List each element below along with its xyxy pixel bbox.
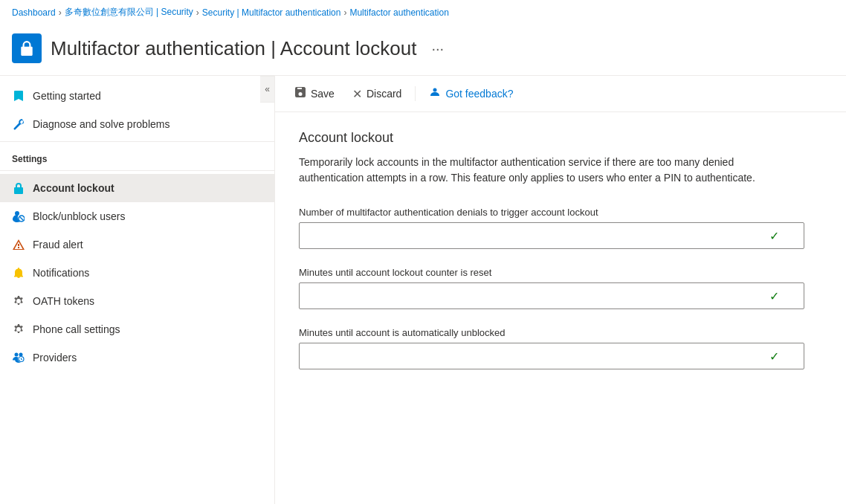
sidebar-item-label: Block/unblock users [33, 210, 126, 222]
breadcrumb-sep-1: › [59, 7, 62, 18]
page-header-more[interactable]: ··· [431, 40, 444, 57]
field-input-wrap-reset: ✓ [299, 282, 787, 309]
page-header: Multifactor authentication | Account loc… [0, 25, 846, 76]
check-icon-denials: ✓ [769, 229, 779, 243]
denials-input[interactable] [299, 222, 804, 249]
sidebar-item-label: Account lockout [33, 182, 114, 194]
breadcrumb-security[interactable]: 多奇數位創意有限公司 | Security [65, 6, 193, 19]
sidebar-item-notifications[interactable]: Notifications [0, 259, 274, 287]
feedback-label: Got feedback? [445, 88, 513, 100]
toolbar: Save ✕ Discard Got feedback? [275, 76, 846, 112]
svg-point-3 [15, 353, 19, 357]
field-group-denials: Number of multifactor authentication den… [299, 207, 787, 249]
sidebar-item-label: Phone call settings [33, 323, 120, 335]
breadcrumb-current[interactable]: Multifactor authentication [349, 7, 448, 18]
field-input-wrap-unblock: ✓ [299, 343, 787, 369]
warning-icon [12, 238, 25, 251]
sidebar-item-providers[interactable]: Providers [0, 343, 274, 372]
breadcrumb-sep-3: › [343, 7, 346, 18]
sidebar-divider-2 [0, 170, 274, 171]
page-header-icon [12, 33, 42, 63]
field-input-wrap-denials: ✓ [299, 222, 787, 249]
toolbar-divider [415, 86, 416, 101]
lock-icon [12, 181, 25, 195]
save-button[interactable]: Save [287, 82, 342, 106]
breadcrumb-mfa[interactable]: Security | Multifactor authentication [202, 7, 341, 18]
svg-point-6 [433, 88, 437, 92]
page-title: Multifactor authentication | Account loc… [51, 37, 416, 60]
gear-oath-icon [12, 294, 25, 308]
field-label-denials: Number of multifactor authentication den… [299, 207, 787, 218]
bell-icon [12, 266, 25, 280]
save-icon [294, 86, 306, 101]
providers-icon [12, 351, 25, 364]
sidebar-item-label: Fraud alert [33, 239, 83, 251]
save-label: Save [311, 88, 335, 100]
feedback-icon [429, 86, 441, 101]
users-block-icon [12, 210, 25, 223]
main-layout: « Getting started Diagnose and solve pro… [0, 76, 846, 504]
sidebar-item-block-unblock[interactable]: Block/unblock users [0, 202, 274, 230]
breadcrumb-sep-2: › [196, 7, 199, 18]
gear-phone-icon [12, 323, 25, 336]
check-icon-reset: ✓ [769, 289, 779, 303]
sidebar-item-account-lockout[interactable]: Account lockout [0, 174, 274, 202]
sidebar-item-label: Providers [33, 352, 77, 364]
discard-icon: ✕ [352, 87, 362, 101]
feedback-button[interactable]: Got feedback? [422, 82, 520, 106]
sidebar-item-fraud-alert[interactable]: Fraud alert [0, 230, 274, 259]
field-label-reset: Minutes until account lockout counter is… [299, 267, 787, 278]
unblock-input[interactable] [299, 343, 804, 369]
sidebar-item-phone-call[interactable]: Phone call settings [0, 315, 274, 343]
sidebar-item-diagnose[interactable]: Diagnose and solve problems [0, 110, 274, 138]
breadcrumb-dashboard[interactable]: Dashboard [12, 7, 56, 18]
sidebar-item-label: Notifications [33, 267, 89, 279]
main-content: Save ✕ Discard Got feedback? Account loc… [275, 76, 846, 504]
sidebar-item-label: Diagnose and solve problems [33, 118, 169, 130]
svg-point-4 [19, 353, 23, 357]
field-group-reset: Minutes until account lockout counter is… [299, 267, 787, 309]
sidebar-item-oath-tokens[interactable]: OATH tokens [0, 287, 274, 315]
content-body: Account lockout Temporarily lock account… [275, 112, 810, 405]
bookmark-icon [12, 89, 25, 103]
breadcrumb: Dashboard › 多奇數位創意有限公司 | Security › Secu… [0, 0, 846, 25]
sidebar-item-getting-started[interactable]: Getting started [0, 82, 274, 110]
discard-button[interactable]: ✕ Discard [345, 83, 409, 106]
reset-input[interactable] [299, 282, 804, 309]
sidebar-collapse-button[interactable]: « [260, 76, 275, 103]
sidebar: « Getting started Diagnose and solve pro… [0, 76, 275, 504]
sidebar-item-label: Getting started [33, 90, 101, 102]
discard-label: Discard [367, 88, 401, 100]
content-title: Account lockout [299, 130, 787, 146]
content-description: Temporarily lock accounts in the multifa… [299, 155, 787, 186]
sidebar-settings-label: Settings [0, 145, 274, 167]
check-icon-unblock: ✓ [769, 349, 779, 364]
field-group-unblock: Minutes until account is automatically u… [299, 327, 787, 369]
sidebar-item-label: OATH tokens [33, 295, 94, 307]
sidebar-divider [0, 141, 274, 142]
field-label-unblock: Minutes until account is automatically u… [299, 327, 787, 338]
wrench-icon [12, 117, 25, 131]
svg-line-2 [20, 217, 24, 221]
